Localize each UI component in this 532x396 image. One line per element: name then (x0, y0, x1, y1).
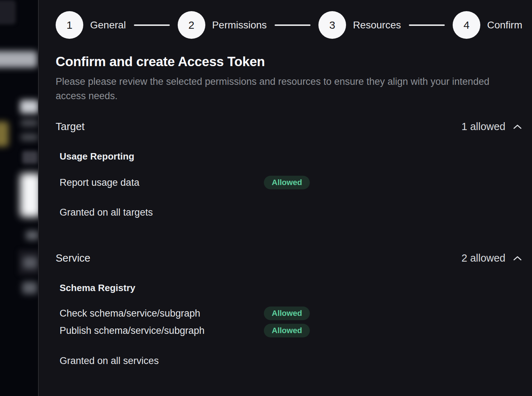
step-number-circle: 4 (453, 11, 480, 39)
page-subtitle: Please please review the selected permis… (56, 74, 495, 103)
step-permissions[interactable]: 2 Permissions (178, 11, 267, 39)
status-badge: Allowed (264, 324, 310, 337)
permission-group-title: Usage Reporting (60, 151, 522, 162)
backdrop-text-line (26, 231, 38, 240)
allowed-count: 2 allowed (461, 252, 505, 264)
target-section-header: Target 1 allowed (56, 121, 522, 133)
permission-row: Report usage data Allowed (60, 176, 522, 189)
status-badge: Allowed (264, 307, 310, 320)
backdrop-card (20, 173, 38, 217)
stepper-connector (409, 24, 445, 26)
backdrop-accent-blob (0, 121, 9, 147)
step-number-circle: 3 (318, 11, 346, 39)
step-label: General (90, 19, 126, 31)
step-general[interactable]: 1 General (56, 11, 126, 39)
step-label: Resources (353, 19, 401, 31)
service-collapse-toggle[interactable]: 2 allowed (461, 252, 522, 264)
permission-label: Report usage data (60, 177, 264, 188)
allowed-count: 1 allowed (461, 121, 505, 133)
permission-group-title: Schema Registry (60, 282, 522, 294)
backdrop-text-line (23, 257, 37, 269)
step-label: Confirm (487, 19, 522, 31)
permission-label: Check schema/service/subgraph (60, 308, 264, 319)
section-name: Target (56, 121, 85, 133)
target-collapse-toggle[interactable]: 1 allowed (461, 121, 522, 133)
step-label: Permissions (212, 19, 267, 31)
backdrop-tile (0, 0, 16, 24)
permission-row: Publish schema/service/subgraph Allowed (60, 324, 522, 337)
step-confirm[interactable]: 4 Confirm (453, 11, 522, 39)
backdrop-nav-item (0, 51, 37, 68)
blurred-page-backdrop (0, 0, 38, 396)
section-name: Service (56, 252, 90, 264)
backdrop-heading (20, 100, 38, 114)
permission-label: Publish schema/service/subgraph (60, 325, 264, 336)
chevron-up-icon (513, 255, 522, 261)
granted-note: Granted on all services (60, 355, 522, 367)
backdrop-box (22, 151, 38, 164)
chevron-up-icon (513, 124, 522, 130)
backdrop-text-line (22, 282, 37, 294)
step-number-circle: 2 (178, 11, 205, 39)
granted-note: Granted on all targets (60, 207, 522, 218)
stepper-connector (275, 24, 311, 26)
status-badge: Allowed (264, 176, 310, 189)
step-resources[interactable]: 3 Resources (318, 11, 401, 39)
create-access-token-modal: 1 General 2 Permissions 3 Resources 4 Co… (38, 0, 532, 396)
backdrop-text-line (21, 134, 38, 141)
service-section-header: Service 2 allowed (56, 252, 522, 264)
stepper-connector (134, 24, 170, 26)
backdrop-text-line (21, 119, 38, 126)
page-title: Confirm and create Access Token (56, 54, 522, 69)
permission-row: Check schema/service/subgraph Allowed (60, 307, 522, 320)
screen: 1 General 2 Permissions 3 Resources 4 Co… (0, 0, 532, 396)
step-number-circle: 1 (56, 11, 83, 39)
wizard-stepper: 1 General 2 Permissions 3 Resources 4 Co… (56, 11, 522, 39)
